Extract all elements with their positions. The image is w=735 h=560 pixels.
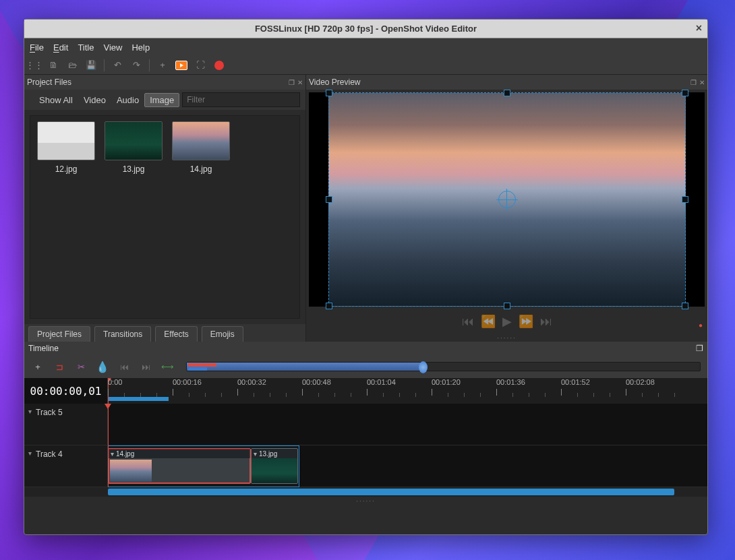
ruler-tick: 00:02:08 [626, 378, 655, 386]
import-icon[interactable]: + [156, 59, 169, 71]
file-item[interactable]: 12.jpg [36, 121, 96, 313]
tab-effects[interactable]: Effects [155, 326, 197, 342]
splitter-handle-icon[interactable]: ······ [306, 334, 707, 342]
timecode-display[interactable]: 00:00:00,01 [24, 378, 108, 404]
menu-file[interactable]: File [30, 42, 44, 53]
prev-marker-icon[interactable]: ⏮ [117, 360, 131, 373]
zoom-handle-icon[interactable] [419, 361, 428, 373]
panel-title: Project Files [27, 77, 71, 87]
thumbnail-icon [105, 121, 163, 160]
razor-icon[interactable]: ✂ [74, 360, 88, 373]
resize-handle-icon[interactable] [682, 196, 688, 203]
file-grid[interactable]: 12.jpg 13.jpg 14.jpg [30, 115, 300, 319]
menu-view[interactable]: View [103, 42, 122, 53]
ruler-tick: 0:00 [108, 378, 122, 386]
fullscreen-icon[interactable]: ⛶ [194, 59, 206, 71]
jump-start-icon[interactable]: ⏮ [462, 315, 474, 329]
float-icon[interactable]: ❐ [690, 79, 697, 86]
menu-title[interactable]: Title [78, 42, 94, 53]
redo-icon[interactable]: ↷ [130, 59, 142, 71]
file-item[interactable]: 13.jpg [103, 121, 164, 313]
record-indicator-icon: ● [699, 321, 705, 328]
separator [104, 59, 105, 71]
project-files-panel: Project Files ❐✕ Show All Video Audio Im… [24, 75, 306, 342]
resize-handle-icon[interactable] [682, 303, 688, 309]
ruler-tick: 00:00:48 [302, 378, 331, 386]
thumbnail-icon [37, 121, 95, 160]
rewind-icon[interactable]: ⏪ [481, 314, 496, 329]
undo-icon[interactable]: ↶ [111, 59, 123, 71]
playhead-line[interactable] [108, 404, 109, 487]
file-item[interactable]: 14.jpg [171, 121, 231, 313]
ruler-tick: 00:01:52 [561, 378, 590, 386]
zoom-slider[interactable] [186, 362, 701, 371]
filter-video[interactable]: Video [78, 93, 111, 107]
thumbnail-icon [172, 121, 230, 160]
separator [149, 59, 150, 71]
resize-handle-icon[interactable] [326, 90, 332, 96]
zoom-overview-track [188, 363, 216, 367]
resize-handle-icon[interactable] [326, 303, 332, 309]
close-panel-icon[interactable]: ✕ [297, 79, 303, 86]
tab-project-files[interactable]: Project Files [28, 326, 90, 342]
app-window: FOSSLinux [HD 720p 30 fps] - OpenShot Vi… [24, 19, 708, 535]
snap-icon[interactable]: ⊐ [53, 360, 66, 373]
play-icon[interactable]: ▶ [502, 314, 512, 329]
center-playhead-icon[interactable]: ⟷ [160, 360, 174, 373]
save-icon[interactable]: 💾 [85, 59, 97, 71]
add-track-icon[interactable]: + [31, 360, 45, 373]
menu-help[interactable]: Help [131, 42, 150, 53]
timeline-ruler[interactable]: 0:0000:00:1600:00:3200:00:4800:01:0400:0… [108, 378, 707, 404]
track-lane[interactable] [108, 404, 707, 445]
open-file-icon[interactable]: 🗁 [66, 59, 78, 71]
preview-canvas[interactable] [328, 92, 686, 307]
selection-box[interactable] [328, 92, 686, 307]
forward-icon[interactable]: ⏩ [519, 314, 533, 329]
ruler-tick: 00:00:16 [173, 378, 202, 386]
resize-handle-icon[interactable] [504, 303, 510, 309]
filter-show-all[interactable]: Show All [34, 93, 78, 107]
timeline-toolbar: + ⊐ ✂ 💧 ⏮ ⏭ ⟷ [24, 355, 707, 378]
menu-edit[interactable]: Edit [53, 42, 68, 53]
export-icon[interactable] [213, 59, 225, 71]
filter-input[interactable] [182, 92, 300, 107]
ruler-tick: 00:01:36 [496, 378, 525, 386]
track-label[interactable]: Track 5 [24, 404, 108, 445]
splitter-handle-icon[interactable]: ······ [24, 497, 707, 505]
jump-end-icon[interactable]: ⏭ [540, 315, 552, 329]
track-label[interactable]: Track 4 [24, 445, 108, 487]
profile-icon[interactable] [175, 59, 187, 71]
zoom-overview-track [188, 367, 207, 371]
resize-handle-icon[interactable] [326, 196, 332, 203]
ruler-tick: 00:01:04 [367, 378, 396, 386]
grip-icon[interactable]: ⋮⋮ [28, 59, 40, 71]
close-panel-icon[interactable]: ✕ [699, 79, 705, 86]
float-icon[interactable]: ❐ [696, 344, 703, 353]
center-target-icon[interactable] [498, 191, 516, 208]
timeline-scrollbar[interactable] [24, 487, 707, 497]
float-icon[interactable]: ❐ [289, 79, 295, 86]
selection-range [108, 397, 169, 401]
filter-bar: Show All Video Audio Image [24, 90, 305, 110]
window-title: FOSSLinux [HD 720p 30 fps] - OpenShot Vi… [255, 24, 477, 34]
new-file-icon[interactable]: 🗎 [47, 59, 59, 71]
tab-emojis[interactable]: Emojis [202, 326, 243, 342]
tab-transitions[interactable]: Transitions [94, 326, 151, 342]
file-label: 13.jpg [123, 164, 145, 174]
scrollbar-thumb[interactable] [108, 489, 674, 495]
resize-handle-icon[interactable] [504, 90, 510, 96]
menubar: File Edit Title View Help [24, 38, 707, 56]
next-marker-icon[interactable]: ⏭ [139, 360, 152, 373]
panel-title: Video Preview [309, 77, 361, 87]
close-icon[interactable]: × [696, 22, 702, 34]
filter-audio[interactable]: Audio [111, 93, 144, 107]
filter-image[interactable]: Image [144, 93, 179, 107]
video-preview-panel: Video Preview ❐✕ [306, 75, 707, 342]
track-row: Track 5 [24, 404, 707, 445]
timeline-tracks: Track 5 Track 4 14.jpg13.jpg [24, 404, 707, 487]
add-marker-icon[interactable]: 💧 [96, 360, 109, 373]
resize-handle-icon[interactable] [682, 90, 688, 96]
file-label: 12.jpg [55, 164, 78, 174]
titlebar[interactable]: FOSSLinux [HD 720p 30 fps] - OpenShot Vi… [24, 20, 707, 38]
file-label: 14.jpg [190, 164, 212, 174]
